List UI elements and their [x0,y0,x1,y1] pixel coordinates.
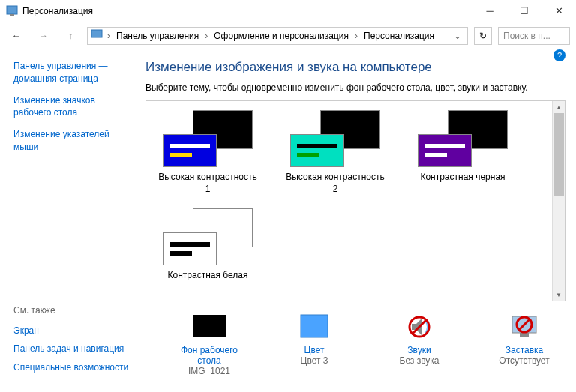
theme-high-contrast-1[interactable]: Высокая контрастность 1 [155,110,260,195]
sidebar-desktop-icons-link[interactable]: Изменение значков рабочего стола [14,94,132,120]
maximize-button[interactable]: ☐ [507,0,542,22]
navigation-bar: ← → ↑ › Панель управления › Оформление и… [0,22,576,49]
themes-scrollbar[interactable]: ▲ ▼ [552,101,565,301]
main-content: ? Изменение изображения и звука на компь… [146,49,576,392]
window-title: Персонализация [22,6,472,16]
sidebar-display-link[interactable]: Экран [14,325,132,337]
theme-label: Высокая контрастность 2 [283,172,388,195]
setting-value: Цвет 3 [273,355,356,366]
breadcrumb-1[interactable]: Панель управления [115,31,200,41]
sidebar-taskbar-link[interactable]: Панель задач и навигация [14,343,132,355]
theme-label: Контрастная белая [155,270,260,282]
titlebar: Персонализация ─ ☐ ✕ [0,0,576,22]
setting-value: IMG_1021 [168,366,250,376]
sidebar-home-link[interactable]: Панель управления — домашняя страница [14,60,132,85]
sounds-muted-icon [401,312,437,342]
svg-rect-4 [301,315,328,337]
page-heading: Изменение изображения и звука на компьют… [146,60,566,75]
setting-value: Без звука [378,355,460,366]
address-bar[interactable]: › Панель управления › Оформление и персо… [87,27,468,45]
theme-contrast-white[interactable]: Контрастная белая [155,208,260,282]
breadcrumb-3[interactable]: Персонализация [362,31,436,41]
breadcrumb-sep: › [353,31,359,41]
breadcrumb-sep: › [203,31,209,41]
search-placeholder: Поиск в п... [503,31,550,41]
svg-rect-2 [92,30,102,37]
setting-name: Цвет [273,345,356,355]
themes-panel: Высокая контрастность 1 Высокая контраст… [146,100,566,301]
up-button[interactable]: ↑ [60,25,81,46]
svg-rect-1 [10,14,14,16]
breadcrumb-2[interactable]: Оформление и персонализация [212,31,350,41]
back-button[interactable]: ← [6,25,27,46]
theme-high-contrast-2[interactable]: Высокая контрастность 2 [283,110,388,195]
scroll-down-icon[interactable]: ▼ [553,289,565,301]
sidebar: Панель управления — домашняя страница Из… [0,49,146,392]
see-also-label: См. также [14,305,132,316]
personalization-app-icon [6,5,18,17]
desktop-background-icon [191,312,227,342]
sidebar-accessibility-link[interactable]: Специальные возможности [14,361,132,374]
setting-name: Заставка [483,345,566,355]
close-button[interactable]: ✕ [542,0,576,22]
theme-label: Контрастная черная [410,172,515,184]
setting-desktop-background[interactable]: Фон рабочего стола IMG_1021 [168,312,250,376]
breadcrumb-sep: › [106,31,112,41]
svg-rect-3 [193,315,226,337]
address-icon [91,28,103,43]
scroll-thumb[interactable] [554,113,564,196]
page-subtitle: Выберите тему, чтобы одновременно измени… [146,82,566,93]
theme-contrast-black[interactable]: Контрастная черная [410,110,515,195]
setting-name: Фон рабочего стола [168,345,250,366]
minimize-button[interactable]: ─ [472,0,507,22]
address-dropdown[interactable]: ⌄ [451,31,464,41]
help-icon[interactable]: ? [554,49,566,61]
color-icon [296,312,332,342]
theme-label: Высокая контрастность 1 [155,172,260,195]
setting-sounds[interactable]: Звуки Без звука [378,312,460,376]
setting-name: Звуки [378,345,460,355]
scroll-up-icon[interactable]: ▲ [553,101,565,113]
svg-rect-0 [7,6,17,14]
search-input[interactable]: Поиск в п... [498,27,570,45]
setting-value: Отсутствует [483,355,566,366]
setting-screensaver[interactable]: Заставка Отсутствует [483,312,566,376]
screensaver-none-icon [506,312,542,342]
forward-button[interactable]: → [33,25,54,46]
refresh-button[interactable]: ↻ [474,27,492,45]
setting-color[interactable]: Цвет Цвет 3 [273,312,356,376]
sidebar-mouse-pointers-link[interactable]: Изменение указателей мыши [14,128,132,154]
svg-rect-8 [520,333,529,337]
